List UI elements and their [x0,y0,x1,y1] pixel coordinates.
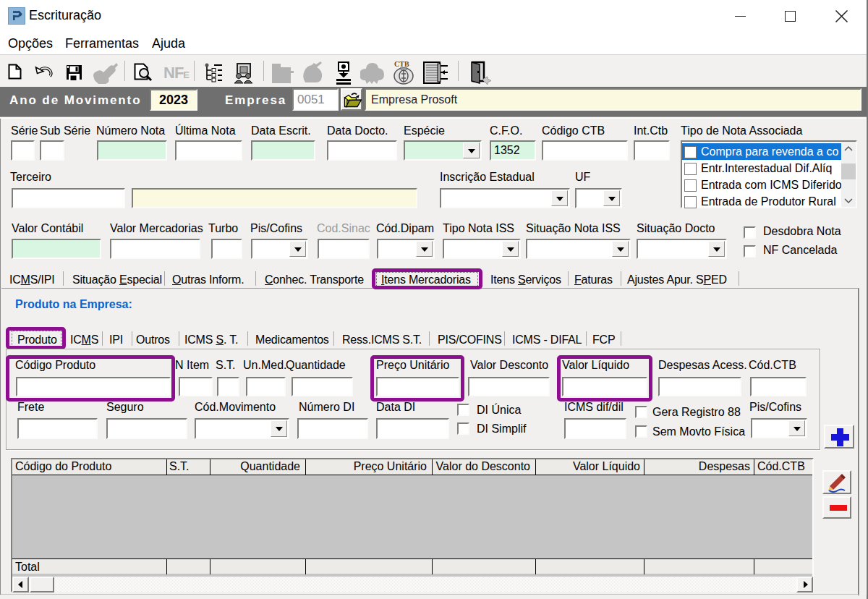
svg-text:CTB: CTB [394,60,409,68]
